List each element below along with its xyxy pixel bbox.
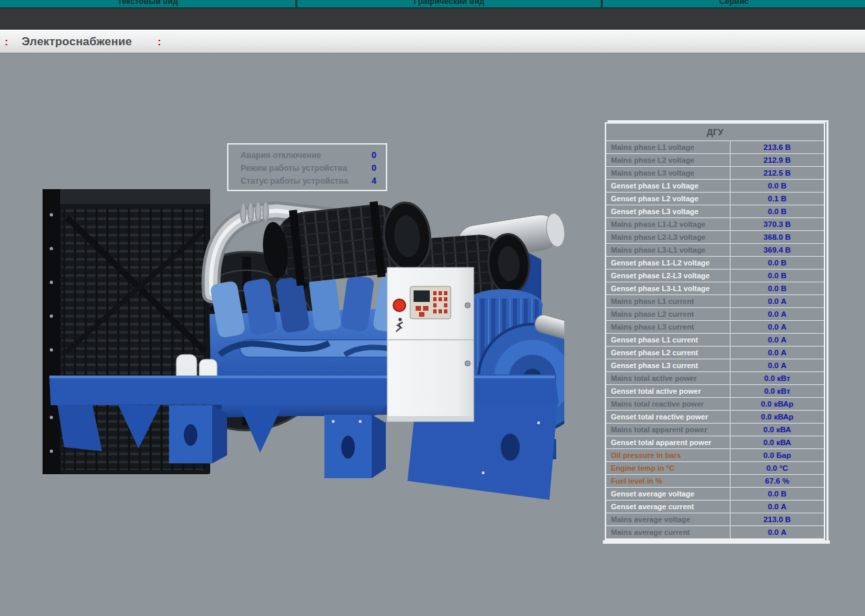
tab-graphic-view-label: Графический вид [414, 0, 485, 7]
header-colon-left: : [5, 36, 8, 47]
parameter-label: Mains total active power [606, 372, 731, 384]
table-row: Mains phase L3 current 0.0 А [606, 321, 824, 334]
emergency-stop-button[interactable] [393, 299, 405, 311]
status-row: Авария отключение 0 [228, 149, 386, 161]
parameter-value: 0.0 В [731, 205, 824, 217]
parameter-label: Genset phase L2-L3 voltage [606, 270, 731, 282]
top-tab-bar: Текстовый вид Графический вид Сервис [0, 0, 865, 8]
parameter-label: Genset phase L3 current [606, 359, 731, 371]
parameter-label: Mains phase L2-L3 voltage [606, 231, 731, 243]
parameter-label: Fuel level in % [606, 475, 731, 487]
table-row: Mains phase L1-L2 voltage 370.3 В [606, 218, 824, 231]
table-row: Genset average voltage 0.0 В [606, 488, 824, 500]
parameter-value: 213.0 В [731, 513, 824, 525]
table-row: Oil pressure in bars 0.0 Бар [606, 449, 824, 462]
page-title: Электроснабжение [22, 35, 132, 49]
parameter-value: 212.9 В [731, 154, 824, 166]
parameter-label: Genset average voltage [606, 488, 731, 500]
parameter-label: Genset phase L2 voltage [606, 192, 731, 205]
parameter-label: Genset phase L1-L2 voltage [606, 257, 731, 269]
table-bottom-highlight [603, 540, 830, 544]
parameter-value: 370.3 В [731, 218, 824, 230]
dgu-table-title: ДГУ [606, 124, 824, 141]
tab-text-view-label: Текстовый вид [118, 0, 178, 7]
parameter-value: 0.0 А [731, 295, 824, 307]
main-area: Авария отключение 0 Режим работы устройс… [0, 53, 865, 616]
parameter-label: Genset phase L1 current [606, 334, 731, 346]
parameter-label: Mains phase L1-L2 voltage [606, 218, 731, 230]
parameter-value: 368.0 В [731, 231, 824, 243]
parameter-label: Oil pressure in bars [606, 449, 731, 461]
table-row: Mains phase L1 current 0.0 А [606, 295, 824, 308]
parameter-value: 0.0 А [731, 346, 824, 359]
parameter-value: 0.0 кВт [731, 372, 824, 384]
status-value: 0 [372, 163, 376, 173]
parameter-value: 0.0 кВАр [731, 398, 824, 410]
parameter-label: Mains phase L1 current [606, 295, 731, 307]
tab-service-label: Сервис [719, 0, 749, 7]
parameter-value: 0.0 А [731, 526, 824, 538]
parameter-label: Mains average voltage [606, 513, 731, 525]
table-row: Mains phase L1 voltage 213.6 В [606, 141, 824, 154]
table-row: Genset phase L2-L3 voltage 0.0 В [606, 270, 824, 282]
status-value: 0 [372, 150, 376, 160]
table-row: Genset phase L3 current 0.0 А [606, 359, 824, 372]
table-row: Genset phase L3 voltage 0.0 В [606, 205, 824, 218]
parameter-value: 0.0 кВАр [731, 411, 824, 423]
table-row: Mains total apparent power 0.0 кВА [606, 424, 824, 436]
dark-strip [0, 8, 865, 30]
parameter-label: Genset phase L1 voltage [606, 180, 731, 192]
tab-text-view[interactable]: Текстовый вид [0, 0, 295, 7]
table-row: Genset total reactive power 0.0 кВАр [606, 411, 824, 424]
table-row: Mains total active power 0.0 кВт [606, 372, 824, 385]
status-value: 4 [372, 176, 376, 186]
dgu-table: ДГУ Mains phase L1 voltage 213.6 В Mains… [605, 122, 825, 540]
table-row: Genset average current 0.0 А [606, 500, 824, 513]
parameter-value: 0.0 В [731, 488, 824, 500]
parameter-value: 0.0 кВт [731, 385, 824, 397]
tab-service[interactable]: Сервис [603, 0, 865, 7]
tab-graphic-view[interactable]: Графический вид [297, 0, 601, 7]
table-row: Genset phase L1 current 0.0 А [606, 334, 824, 346]
parameter-label: Genset phase L2 current [606, 346, 731, 359]
parameter-label: Genset total active power [606, 385, 731, 397]
table-row: Mains phase L2 voltage 212.9 В [606, 154, 824, 167]
header-colon-right: : [157, 36, 161, 47]
parameter-value: 0.0 В [731, 282, 824, 294]
parameter-value: 0.0 В [731, 180, 824, 192]
parameter-label: Genset phase L3 voltage [606, 205, 731, 217]
parameter-value: 0.0 °C [731, 462, 824, 474]
table-row: Genset phase L3-L1 voltage 0.0 В [606, 282, 824, 295]
status-row: Режим работы устройства 0 [228, 161, 386, 174]
status-row: Статус работы устройства 4 [228, 174, 386, 187]
table-row: Genset phase L2 voltage 0.1 В [606, 192, 824, 205]
table-row: Genset total active power 0.0 кВт [606, 385, 824, 398]
parameter-value: 0.0 кВА [731, 436, 824, 448]
table-row: Engine temp in °C 0.0 °C [606, 462, 824, 475]
table-row: Mains phase L2-L3 voltage 368.0 В [606, 231, 824, 244]
control-cabinet [387, 267, 474, 421]
table-row: Mains average voltage 213.0 В [606, 513, 824, 526]
parameter-value: 0.0 А [731, 334, 824, 346]
parameter-value: 0.0 Бар [731, 449, 824, 461]
parameter-label: Mains phase L3-L1 voltage [606, 244, 731, 256]
status-box: Авария отключение 0 Режим работы устройс… [227, 143, 387, 191]
parameter-label: Mains total reactive power [606, 398, 731, 410]
parameter-label: Mains total apparent power [606, 424, 731, 436]
parameter-label: Engine temp in °C [606, 462, 731, 474]
parameter-value: 0.0 кВА [731, 424, 824, 436]
parameter-value: 213.6 В [731, 141, 824, 153]
parameter-value: 67.6 % [731, 475, 824, 487]
parameter-label: Genset total apparent power [606, 436, 731, 448]
table-row: Genset phase L1 voltage 0.0 В [606, 180, 824, 192]
table-row: Genset total apparent power 0.0 кВА [606, 436, 824, 449]
parameter-value: 212.5 В [731, 167, 824, 179]
table-row: Genset phase L1-L2 voltage 0.0 В [606, 257, 824, 270]
parameter-value: 0.0 А [731, 321, 824, 333]
table-row: Mains phase L2 current 0.0 А [606, 308, 824, 321]
table-row: Mains total reactive power 0.0 кВАр [606, 398, 824, 411]
parameter-label: Mains phase L1 voltage [606, 141, 731, 153]
parameter-label: Genset total reactive power [606, 411, 731, 423]
parameter-value: 369.4 В [731, 244, 824, 256]
table-row: Mains phase L3-L1 voltage 369.4 В [606, 244, 824, 257]
